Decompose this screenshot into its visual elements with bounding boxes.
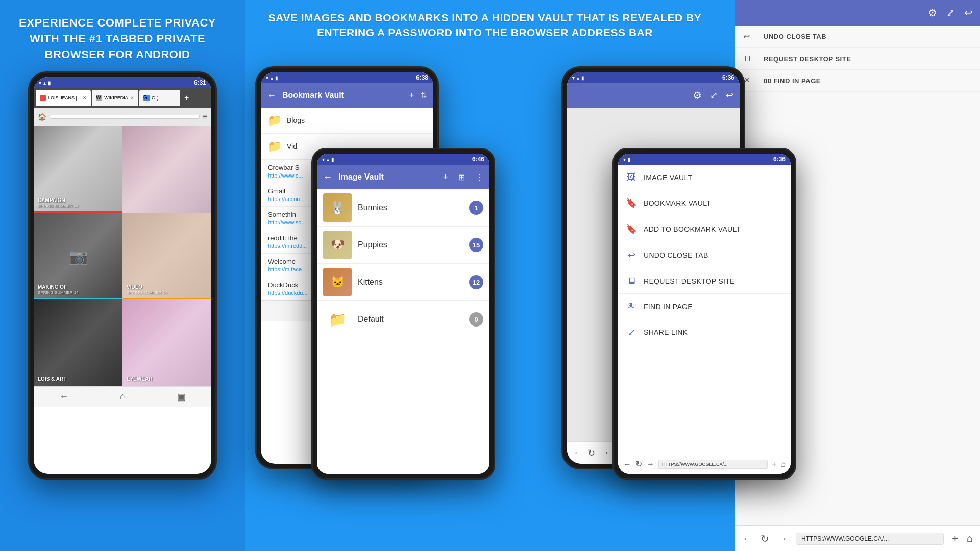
signal-icon: ▴ [43, 80, 46, 86]
far-menu-undo-close[interactable]: ↩ UNDO CLOSE TAB [735, 26, 980, 48]
album-puppies[interactable]: 🐶 Puppies 15 [317, 227, 489, 264]
tab-label-lois: LOIS JEANS |... [48, 95, 81, 101]
nav-back-left[interactable]: ← [59, 391, 68, 402]
menu-add-bookmark[interactable]: 🔖 ADD TO BOOKMARK VAULT [618, 216, 791, 242]
grid-eyewear[interactable]: EYEWEAR [122, 299, 211, 386]
folder-icon-blogs: 📁 [268, 114, 282, 127]
sort-icon-vault[interactable]: ⇅ [421, 91, 427, 100]
tab-close-lois[interactable]: ✕ [83, 95, 87, 101]
tab-wikipedia[interactable]: W WIKIPEDIA ✕ [92, 90, 138, 106]
far-nav-refresh[interactable]: ↻ [761, 533, 769, 545]
tab-close-wiki[interactable]: ✕ [130, 95, 134, 101]
menu-label-find-in-page: FIND IN PAGE [644, 303, 693, 311]
battery-icon-rf: ▮ [628, 157, 631, 162]
slideshow-icon[interactable]: ⊞ [458, 172, 465, 182]
menu-image-vault[interactable]: 🖼 IMAGE VAULT [618, 165, 791, 190]
album-kittens[interactable]: 🐱 Kittens 12 [317, 264, 489, 301]
menu-desktop-site[interactable]: 🖥 REQUEST DESKTOP SITE [618, 268, 791, 294]
status-icons-rf: ▾ ▮ [623, 157, 631, 162]
far-undo-icon: ↩ [743, 32, 757, 41]
exit-icon-far[interactable]: ↩ [964, 7, 973, 19]
nav-back-rb[interactable]: ← [573, 447, 582, 458]
image-vault-list: 🐰 Bunnies 1 🐶 Puppies 15 🐱 Kittens 12 📁 … [317, 189, 489, 474]
grid-fashion[interactable] [122, 126, 211, 213]
undo-close-icon: ↩ [625, 249, 638, 261]
status-bar-left: ▾ ▴ ▮ 6:31 [34, 77, 211, 88]
image-vault-header: ← Image Vault + ⊞ ⋮ [317, 165, 489, 189]
browser-tabs: LOIS JEANS |... ✕ W WIKIPEDIA ✕ G G ( + [34, 88, 211, 108]
album-count-bunnies: 1 [469, 201, 483, 215]
time-mid-front: 6:46 [472, 156, 484, 163]
far-desktop-icon: 🖥 [743, 54, 757, 63]
tab-google[interactable]: G G ( [139, 90, 180, 106]
menu-undo-close[interactable]: ↩ UNDO CLOSE TAB [618, 242, 791, 268]
nav-refresh-rf[interactable]: ↻ [635, 459, 642, 469]
grid-silhouette[interactable]: LOIS & ART [34, 299, 122, 386]
status-icons-mid-back: ▾ ▴ ▮ [266, 75, 278, 81]
nav-refresh-rb[interactable]: ↻ [587, 447, 595, 459]
add-icon-image-vault[interactable]: + [443, 172, 448, 183]
signal-icon-rb: ▴ [577, 75, 579, 81]
phone-mid-front-screen: ▾ ▴ ▮ 6:46 ← Image Vault + ⊞ ⋮ 🐰 Bunnies… [317, 154, 489, 474]
tab-label-google: G ( [152, 95, 158, 101]
tab-lois-jeans[interactable]: LOIS JEANS |... ✕ [36, 90, 91, 106]
favicon-google: G [143, 95, 150, 101]
nav-home-left[interactable]: ⌂ [120, 391, 126, 402]
desktop-site-icon: 🖥 [625, 276, 638, 286]
nav-forward-rf[interactable]: → [646, 460, 654, 469]
expand-icon-far[interactable]: ⤢ [946, 7, 955, 19]
time-right-front: 6:36 [773, 156, 786, 163]
battery-icon-rb: ▮ [581, 75, 584, 81]
expand-icon-rb[interactable]: ⤢ [710, 90, 718, 101]
tab-add-button[interactable]: + [181, 93, 192, 103]
menu-bookmark-vault[interactable]: 🔖 BOOKMARK VAULT [618, 190, 791, 216]
wifi-icon-rb: ▾ [572, 75, 575, 81]
far-menu-desktop-site[interactable]: 🖥 REQUEST DESKTOP SITE [735, 48, 980, 70]
menu-share-link[interactable]: ⤢ SHARE LINK [618, 319, 791, 345]
far-find-icon: 👁 [743, 76, 757, 85]
thumb-puppies: 🐶 [323, 231, 352, 259]
vault-header: ← Bookmark Vault + ⇅ [261, 83, 433, 108]
bookmark-blogs[interactable]: 📁 Blogs [261, 108, 433, 134]
gear-icon-far[interactable]: ⚙ [928, 7, 937, 19]
nav-recent-left[interactable]: ▣ [177, 391, 186, 403]
menu-label-bookmark-vault: BOOKMARK VAULT [644, 199, 711, 207]
album-bunnies[interactable]: 🐰 Bunnies 1 [317, 189, 489, 227]
title-left: EXPERIENCE COMPLETE PRIVACY WITH THE #1 … [10, 15, 225, 62]
title-mid: SAVE IMAGES AND BOOKMARKS INTO A HIDDEN … [255, 10, 715, 40]
menu-find-in-page[interactable]: 👁 FIND IN PAGE [618, 294, 791, 319]
nav-forward-rb[interactable]: → [600, 447, 609, 458]
far-nav-forward[interactable]: → [777, 533, 788, 544]
grid-campaign[interactable]: CAMPAIGN SPRING SUMMER 14 [34, 126, 122, 213]
far-nav-add[interactable]: + [952, 532, 959, 545]
far-menu-find-in-page[interactable]: 👁 00 FIND IN PAGE [735, 70, 980, 92]
menu-label-add-bookmark: ADD TO BOOKMARK VAULT [644, 225, 741, 233]
menu-label-undo-close: UNDO CLOSE TAB [644, 251, 708, 259]
phone-right-front: ▾ ▮ 6:36 🖼 IMAGE VAULT 🔖 BOOKMARK VAULT … [612, 148, 796, 480]
nav-home-rf[interactable]: ⌂ [780, 460, 786, 469]
tab-label-wiki: WIKIPEDIA [104, 95, 128, 101]
phone-left: ▾ ▴ ▮ 6:31 LOIS JEANS |... ✕ W WIKIPEDIA… [28, 71, 217, 480]
address-input-left[interactable] [50, 115, 200, 119]
url-bar-rf[interactable]: HTTPS://WWW.GOOGLE.CA/... [658, 460, 768, 469]
back-icon-image-vault[interactable]: ← [323, 172, 332, 183]
far-url-bar[interactable]: HTTPS://WWW.GOOGLE.CA/... [796, 533, 944, 545]
far-nav-home[interactable]: ⌂ [967, 533, 973, 544]
album-count-puppies: 15 [469, 238, 483, 252]
add-icon-vault[interactable]: + [409, 90, 414, 101]
album-count-default: 0 [469, 312, 483, 327]
gear-icon-rb[interactable]: ⚙ [693, 89, 702, 102]
album-name-bunnies: Bunnies [358, 203, 463, 212]
album-default[interactable]: 📁 Default 0 [317, 301, 489, 338]
grid-video[interactable]: VIDEO SPRING SUMMER 14 [122, 213, 211, 299]
menu-icon-left[interactable]: ≡ [203, 112, 207, 121]
status-icons-left: ▾ ▴ ▮ [39, 80, 51, 86]
grid-camera[interactable]: 📷 MAKING OF SPRING SUMMER 14 [34, 213, 122, 299]
nav-add-rf[interactable]: + [772, 460, 776, 469]
exit-icon-rb[interactable]: ↩ [726, 90, 733, 101]
wifi-icon-rf: ▾ [623, 157, 626, 162]
far-nav-back[interactable]: ← [742, 533, 752, 544]
back-icon-vault[interactable]: ← [267, 90, 276, 101]
more-icon-image-vault[interactable]: ⋮ [475, 172, 483, 182]
nav-back-rf[interactable]: ← [623, 460, 631, 469]
